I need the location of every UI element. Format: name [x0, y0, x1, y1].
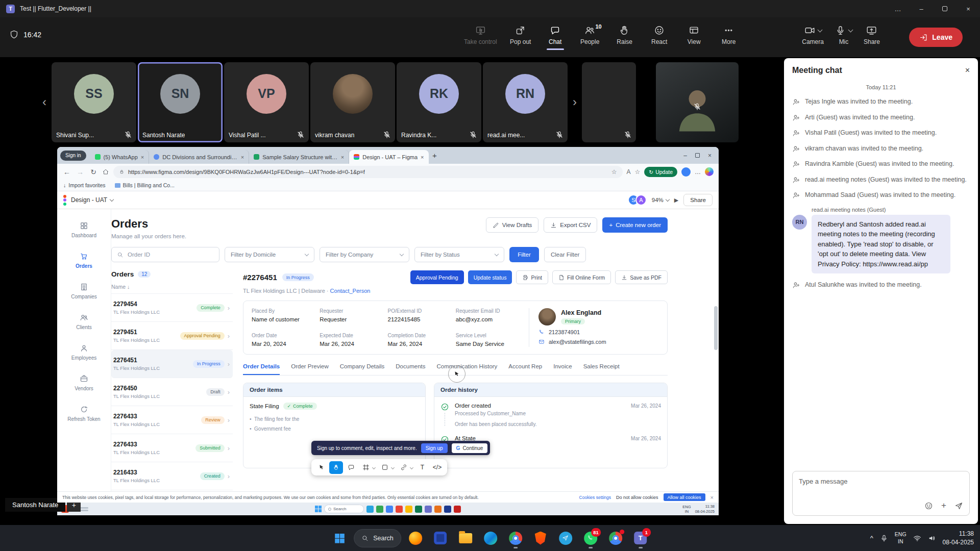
- order-id-search-input[interactable]: Order ID: [111, 247, 219, 262]
- connector-tool[interactable]: [397, 461, 410, 474]
- present-play-icon[interactable]: ▶: [674, 197, 678, 204]
- tab-sales-receipt[interactable]: Sales Receipt: [583, 363, 620, 375]
- window-minimize-button[interactable]: –: [910, 0, 933, 17]
- sidebar-item-orders[interactable]: Orders: [76, 252, 92, 269]
- filter-apply-button[interactable]: Filter: [509, 247, 539, 262]
- tab-close-icon[interactable]: ×: [141, 154, 144, 160]
- favorites-star-icon[interactable]: ☆: [635, 168, 641, 176]
- mic-button[interactable]: Mic: [832, 21, 855, 48]
- tab-order-preview[interactable]: Order Preview: [291, 363, 329, 375]
- address-bar[interactable]: https://www.figma.com/design/9BKQ0FOHRWa…: [113, 166, 623, 178]
- participant-tile-active-speaker[interactable]: SN Santosh Narate: [138, 62, 223, 142]
- refresh-icon[interactable]: ↻: [89, 168, 98, 176]
- pop-out-button[interactable]: Pop out: [505, 21, 536, 48]
- browser-maximize-icon[interactable]: [695, 153, 700, 158]
- pinned-app-icon[interactable]: [434, 506, 442, 513]
- home-icon[interactable]: [102, 168, 109, 176]
- participant-tile[interactable]: VP Vishal Patil ...: [224, 62, 309, 142]
- more-button[interactable]: More: [713, 21, 745, 48]
- emoji-icon[interactable]: [924, 502, 933, 510]
- window-close-button[interactable]: ×: [957, 0, 980, 17]
- browser-more-icon[interactable]: …: [695, 168, 701, 176]
- leave-button[interactable]: Leave: [909, 28, 963, 47]
- bookmark-item[interactable]: Bills | Billing and Co...: [115, 182, 175, 188]
- chat-close-icon[interactable]: ×: [965, 66, 970, 75]
- tab-close-icon[interactable]: ×: [241, 154, 244, 160]
- volume-icon[interactable]: [928, 534, 936, 542]
- wifi-icon[interactable]: [913, 534, 921, 542]
- search-box-small[interactable]: Search: [324, 505, 364, 513]
- share-button[interactable]: Share: [861, 21, 883, 48]
- mic-chevron-icon[interactable]: [848, 27, 853, 32]
- deny-cookies-button[interactable]: Do not allow cookies: [616, 495, 658, 500]
- pinned-app-icon[interactable]: [405, 506, 412, 513]
- message-input[interactable]: [799, 478, 963, 485]
- pinned-app-icon[interactable]: [415, 506, 422, 513]
- frame-tool[interactable]: [359, 461, 373, 474]
- pinned-app-icon[interactable]: [454, 506, 461, 513]
- edge-update-button[interactable]: ↻ Update: [644, 167, 677, 177]
- cookie-settings-link[interactable]: Cookies settings: [579, 495, 611, 500]
- fill-online-form-button[interactable]: Fill Online Form: [552, 270, 611, 284]
- bookmark-item[interactable]: ↓ Import favorites: [63, 182, 106, 188]
- contact-email[interactable]: alex@vstatefilings.com: [538, 339, 659, 345]
- teams-icon[interactable]: T 1: [630, 528, 651, 549]
- figma-file-name[interactable]: Design - UAT: [71, 196, 113, 204]
- view-button[interactable]: View: [678, 21, 710, 48]
- sidebar-item-dashboard[interactable]: Dashboard: [71, 221, 96, 238]
- send-icon[interactable]: [954, 502, 963, 510]
- edge-icon[interactable]: [480, 528, 501, 549]
- tab-order-details[interactable]: Order Details: [243, 363, 280, 375]
- order-row[interactable]: 2276433TL Flex Holdings LLC Submitted ›: [111, 434, 233, 462]
- firefox-icon[interactable]: [405, 528, 426, 549]
- chevron-down-icon[interactable]: [410, 465, 413, 469]
- contact-phone[interactable]: 2123874901: [538, 329, 659, 335]
- view-drafts-button[interactable]: View Drafts: [486, 217, 539, 233]
- filter-status-select[interactable]: Filter by Status: [414, 247, 504, 262]
- approval-pending-button[interactable]: Approval Pending: [410, 270, 464, 284]
- sidebar-item-clients[interactable]: Clients: [76, 313, 92, 330]
- pinned-app-icon[interactable]: [386, 506, 393, 513]
- create-new-order-button[interactable]: + Create new order: [602, 217, 668, 233]
- browser-tab-active[interactable]: Design - UAT – Figma ×: [349, 150, 428, 164]
- tray-mic-icon[interactable]: [880, 534, 888, 542]
- google-continue-button[interactable]: G Continue: [452, 443, 488, 453]
- tab-invoice[interactable]: Invoice: [553, 363, 572, 375]
- name-column-header[interactable]: Name: [111, 284, 126, 290]
- chat-button[interactable]: Chat: [540, 21, 571, 48]
- clock[interactable]: 11:3808-04-2025: [695, 504, 715, 514]
- save-as-pdf-button[interactable]: Save as PDF: [615, 270, 668, 284]
- participant-tile[interactable]: SS Shivani Sup...: [52, 62, 136, 142]
- tray-expand-icon[interactable]: ^: [870, 534, 873, 542]
- browser-tab[interactable]: (5) WhatsApp ×: [90, 150, 150, 164]
- take-control-button[interactable]: Take control: [459, 21, 502, 48]
- allow-cookies-button[interactable]: Allow all cookies: [664, 493, 705, 501]
- chevron-down-icon[interactable]: [391, 465, 395, 469]
- sidebar-item-refresh-token[interactable]: Refresh Token: [67, 405, 100, 422]
- people-button[interactable]: 10 People: [574, 21, 606, 48]
- sidebar-item-vendors[interactable]: Vendors: [75, 374, 93, 391]
- browser-profile-icon[interactable]: [681, 167, 691, 177]
- browser-close-icon[interactable]: ×: [708, 152, 712, 159]
- chat-message-list[interactable]: Today 11:21 Tejas Ingle was invited to t…: [784, 80, 978, 467]
- participant-tile[interactable]: vikram chavan: [310, 62, 395, 142]
- tab-documents[interactable]: Documents: [396, 363, 425, 375]
- cursor-tool[interactable]: [314, 461, 328, 474]
- cookie-close-icon[interactable]: ×: [710, 494, 714, 500]
- taskbar-search[interactable]: Search: [354, 529, 401, 547]
- language-switcher[interactable]: ENG IN: [895, 531, 906, 544]
- order-row-selected[interactable]: 2276451TL Flex Holdings LLC In Progress …: [111, 350, 233, 378]
- browser-signin-pill[interactable]: Sign in: [60, 151, 86, 161]
- pinned-app-icon[interactable]: [430, 528, 451, 549]
- order-row[interactable]: 2216433TL Flex Holdings LLC Created ›: [111, 462, 233, 490]
- tab-close-icon[interactable]: ×: [341, 154, 344, 160]
- contact-person-link[interactable]: Contact_Person: [330, 288, 371, 294]
- window-maximize-button[interactable]: [933, 0, 957, 17]
- start-button[interactable]: [329, 528, 350, 549]
- language-indicator[interactable]: ENGIN: [682, 505, 691, 514]
- camera-button[interactable]: Camera: [799, 21, 827, 48]
- new-tab-button[interactable]: +: [429, 149, 441, 162]
- whatsapp-icon[interactable]: 81: [580, 528, 601, 549]
- read-aloud-icon[interactable]: A: [627, 168, 631, 176]
- chrome-icon[interactable]: [505, 528, 526, 549]
